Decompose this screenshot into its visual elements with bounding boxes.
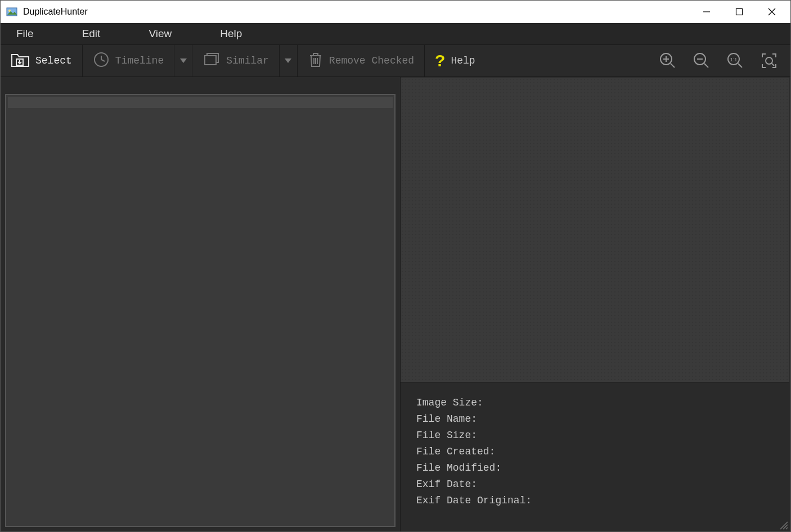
main-content: Image Size: File Name: File Size: File C… bbox=[1, 77, 790, 531]
window-controls bbox=[690, 1, 788, 23]
file-modified-label: File Modified: bbox=[416, 462, 501, 474]
svg-rect-8 bbox=[205, 56, 216, 65]
file-created-label: File Created: bbox=[416, 446, 495, 457]
timeline-dropdown[interactable] bbox=[174, 45, 192, 76]
svg-rect-3 bbox=[736, 9, 743, 15]
menu-edit[interactable]: Edit bbox=[72, 24, 111, 43]
zoom-out-button[interactable] bbox=[686, 45, 717, 76]
clock-icon bbox=[93, 51, 110, 71]
svg-point-1 bbox=[8, 10, 11, 12]
results-list[interactable] bbox=[5, 94, 396, 527]
menu-view[interactable]: View bbox=[138, 24, 182, 43]
select-folder-button[interactable]: Select bbox=[1, 45, 83, 76]
zoom-controls: 1:1 bbox=[652, 45, 790, 76]
image-preview[interactable] bbox=[401, 78, 789, 382]
menu-file[interactable]: File bbox=[6, 24, 44, 43]
titlebar: DuplicateHunter bbox=[1, 1, 790, 23]
svg-text:1:1: 1:1 bbox=[730, 57, 738, 62]
help-button[interactable]: ? Help bbox=[425, 45, 486, 76]
similar-dropdown[interactable] bbox=[280, 45, 298, 76]
folder-download-icon bbox=[11, 51, 30, 71]
close-button[interactable] bbox=[756, 1, 788, 23]
detail-pane: Image Size: File Name: File Size: File C… bbox=[400, 77, 790, 531]
exif-date-label: Exif Date: bbox=[416, 479, 477, 490]
timeline-button[interactable]: Timeline bbox=[83, 45, 174, 76]
exif-date-original-label: Exif Date Original: bbox=[416, 495, 532, 506]
similar-label: Similar bbox=[226, 55, 269, 66]
zoom-fit-button[interactable] bbox=[753, 45, 785, 76]
question-icon: ? bbox=[435, 52, 445, 69]
maximize-button[interactable] bbox=[723, 1, 756, 23]
app-title: DuplicateHunter bbox=[23, 7, 88, 17]
menubar: File Edit View Help bbox=[1, 23, 790, 44]
resize-grip[interactable] bbox=[778, 519, 788, 529]
images-stack-icon bbox=[203, 51, 221, 71]
file-size-label: File Size: bbox=[416, 430, 477, 441]
image-size-label: Image Size: bbox=[416, 397, 483, 408]
remove-checked-label: Remove Checked bbox=[329, 55, 414, 66]
select-label: Select bbox=[35, 55, 72, 66]
similar-button[interactable]: Similar bbox=[192, 45, 280, 76]
timeline-label: Timeline bbox=[115, 55, 164, 66]
app-icon bbox=[6, 6, 17, 17]
minimize-button[interactable] bbox=[690, 1, 723, 23]
results-list-header bbox=[8, 97, 393, 108]
zoom-in-button[interactable] bbox=[652, 45, 684, 76]
toolbar: Select Timeline Similar bbox=[1, 44, 790, 77]
menu-help[interactable]: Help bbox=[210, 24, 252, 43]
svg-line-16 bbox=[786, 528, 788, 529]
results-pane bbox=[1, 77, 400, 531]
image-info: Image Size: File Name: File Size: File C… bbox=[401, 382, 790, 531]
trash-icon bbox=[308, 51, 323, 71]
file-name-label: File Name: bbox=[416, 413, 477, 425]
help-label: Help bbox=[451, 55, 475, 66]
app-window: DuplicateHunter File Edit View Help bbox=[0, 0, 791, 532]
svg-point-13 bbox=[766, 57, 772, 64]
remove-checked-button[interactable]: Remove Checked bbox=[298, 45, 425, 76]
zoom-actual-button[interactable]: 1:1 bbox=[720, 45, 751, 76]
